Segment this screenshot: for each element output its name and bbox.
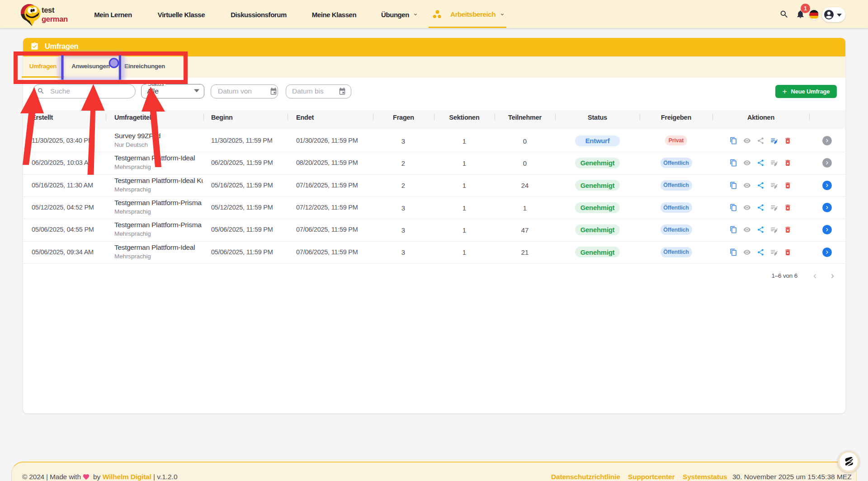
svg-text:german: german (42, 15, 68, 23)
svg-text:test: test (42, 6, 55, 14)
